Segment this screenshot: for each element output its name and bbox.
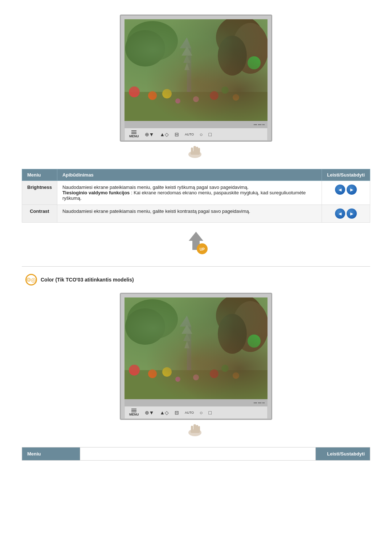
contrast-buttons xyxy=(322,205,370,223)
input-control[interactable]: ⊟ xyxy=(175,131,179,137)
garden-scene-2 xyxy=(124,297,268,399)
brightness-btn-group xyxy=(327,185,365,195)
status-indicators: ▪▪▪ ▪▪▪ ▪▪ xyxy=(253,123,265,126)
brightness-up-2[interactable]: ▲◇ xyxy=(160,410,169,416)
monitor-screen xyxy=(124,19,268,121)
svg-rect-38 xyxy=(124,370,268,399)
garden-scene xyxy=(124,19,268,121)
svg-point-15 xyxy=(221,86,229,94)
svg-point-19 xyxy=(175,98,180,104)
menu-control[interactable]: MENU xyxy=(129,130,139,138)
input-icon-2: ⊟ xyxy=(175,410,179,416)
svg-marker-42 xyxy=(183,333,191,341)
auto-label-2: AUTO xyxy=(185,411,194,414)
col-header-menu: Meniu xyxy=(22,169,57,181)
svg-point-49 xyxy=(210,369,219,378)
extra-control-2[interactable]: □ xyxy=(209,410,212,416)
brightness-down-icon-2: ⊕▼ xyxy=(145,410,154,416)
svg-rect-26 xyxy=(191,152,200,155)
svg-point-14 xyxy=(162,89,172,98)
monitor-section-color: ▪▪▪ ▪▪▪ ▪▪ MENU ⊕▼ ▲◇ ⊟ xyxy=(22,293,370,436)
brightness-prev-button[interactable] xyxy=(335,185,345,195)
svg-point-5 xyxy=(218,36,247,76)
svg-point-3 xyxy=(216,19,263,59)
brightness-bold-text: Tiesioginio valdymo funkcijos xyxy=(62,190,130,195)
input-control-2[interactable]: ⊟ xyxy=(175,410,179,416)
monitor-frame: ▪▪▪ ▪▪▪ ▪▪ MENU ⊕▼ ▲◇ ⊟ xyxy=(120,15,272,142)
svg-point-4 xyxy=(232,23,268,74)
svg-rect-58 xyxy=(191,430,200,433)
svg-point-47 xyxy=(221,365,229,372)
table-row-brightness: Brightness Naudodamiesi ekrane pateikiam… xyxy=(22,181,370,205)
svg-marker-10 xyxy=(183,55,191,63)
up-icon: UP xyxy=(183,230,209,255)
page-wrapper: ▪▪▪ ▪▪▪ ▪▪ MENU ⊕▼ ▲◇ ⊟ xyxy=(0,0,392,475)
bottom-col-description xyxy=(80,447,316,461)
contrast-label: Contrast xyxy=(22,205,57,223)
svg-marker-43 xyxy=(184,341,189,348)
brightness-down-control[interactable]: ⊕▼ xyxy=(145,131,154,137)
power-control-2[interactable]: ○ xyxy=(200,410,203,416)
svg-rect-7 xyxy=(187,48,191,92)
brightness-down-2[interactable]: ⊕▼ xyxy=(145,410,154,416)
monitor-controls-bar: MENU ⊕▼ ▲◇ ⊟ AUTO ○ □ xyxy=(124,128,268,141)
svg-rect-39 xyxy=(187,327,191,370)
brightness-buttons xyxy=(322,181,370,205)
bottom-col-action: Leisti/Sustabdyti xyxy=(316,447,370,461)
extra-icon: □ xyxy=(209,131,212,137)
monitor-frame-2: ▪▪▪ ▪▪▪ ▪▪ MENU ⊕▼ ▲◇ ⊟ xyxy=(120,293,272,420)
monitor-controls-bar-2: MENU ⊕▼ ▲◇ ⊟ AUTO ○ □ xyxy=(124,406,268,419)
contrast-next-button[interactable] xyxy=(347,208,357,219)
auto-control[interactable]: AUTO xyxy=(185,133,194,136)
svg-point-33 xyxy=(127,299,178,339)
svg-point-50 xyxy=(193,374,199,380)
brightness-next-button[interactable] xyxy=(347,185,357,195)
auto-control-2[interactable]: AUTO xyxy=(185,411,194,414)
svg-point-20 xyxy=(233,94,239,101)
menu-label-2: MENU xyxy=(129,413,139,416)
color-section-icon xyxy=(25,274,37,285)
table-row-contrast: Contrast Naudodamiesi ekrane pateikiamai… xyxy=(22,205,370,223)
svg-text:UP: UP xyxy=(200,247,205,251)
brightness-down-icon: ⊕▼ xyxy=(145,131,154,137)
brightness-label: Brightness xyxy=(22,181,57,205)
svg-point-13 xyxy=(148,91,157,100)
auto-label: AUTO xyxy=(185,133,194,136)
svg-point-17 xyxy=(210,91,219,100)
svg-point-48 xyxy=(248,335,261,348)
brightness-up-control[interactable]: ▲◇ xyxy=(160,131,169,137)
svg-marker-41 xyxy=(181,325,192,334)
svg-rect-32 xyxy=(124,297,268,399)
svg-point-46 xyxy=(162,367,172,377)
menu-label: MENU xyxy=(129,134,139,138)
power-control[interactable]: ○ xyxy=(200,131,203,137)
contrast-btn-group xyxy=(327,208,365,219)
input-icon: ⊟ xyxy=(175,131,179,137)
svg-marker-8 xyxy=(180,37,191,48)
contrast-prev-button[interactable] xyxy=(335,208,345,219)
svg-marker-11 xyxy=(184,63,189,70)
bottom-table: Meniu Leisti/Sustabdyti xyxy=(22,447,370,461)
up-section: UP xyxy=(22,230,370,255)
svg-point-45 xyxy=(148,369,157,378)
hand-cursor-icon-2 xyxy=(187,420,205,436)
color-section-title: Color (Tik TCO'03 atitinkantis modelis) xyxy=(41,277,134,283)
svg-rect-6 xyxy=(124,92,268,121)
color-icon-svg xyxy=(26,275,31,285)
menu-control-2[interactable]: MENU xyxy=(129,409,139,416)
svg-rect-0 xyxy=(124,19,268,121)
svg-point-16 xyxy=(248,56,261,69)
hand-cursor-icon xyxy=(187,142,205,158)
menu-icon xyxy=(131,130,136,134)
brightness-up-icon-2: ▲◇ xyxy=(160,410,169,416)
svg-point-1 xyxy=(127,21,178,61)
svg-point-12 xyxy=(129,86,140,97)
power-icon-2: ○ xyxy=(200,410,203,416)
extra-control[interactable]: □ xyxy=(209,131,212,137)
bottom-table-row: Meniu Leisti/Sustabdyti xyxy=(22,447,370,461)
svg-point-18 xyxy=(193,96,199,102)
info-table: Meniu Apibūdinimas Leisti/Sustabdyti Bri… xyxy=(22,169,370,223)
extra-icon-2: □ xyxy=(209,410,212,416)
svg-point-2 xyxy=(125,30,165,66)
monitor-status-bar-2: ▪▪▪ ▪▪▪ ▪▪ xyxy=(124,399,268,406)
